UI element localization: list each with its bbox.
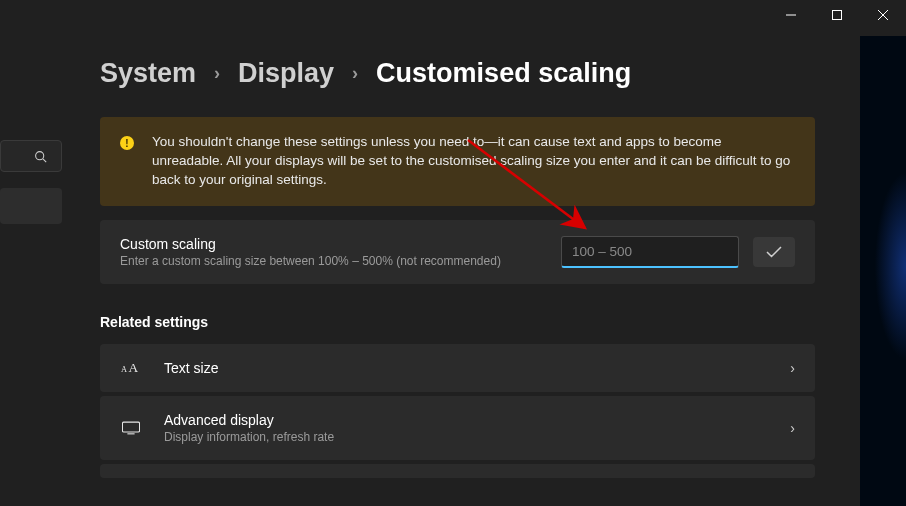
left-nav-rail	[0, 140, 62, 224]
custom-scaling-input[interactable]	[561, 236, 739, 268]
text-size-card[interactable]: AA Text size ›	[100, 344, 815, 392]
advanced-display-card[interactable]: Advanced display Display information, re…	[100, 396, 815, 460]
custom-scaling-sub: Enter a custom scaling size between 100%…	[120, 254, 561, 268]
svg-point-4	[36, 151, 44, 159]
text-size-icon: AA	[120, 360, 142, 376]
breadcrumb: System › Display › Customised scaling	[100, 58, 815, 89]
main-content: System › Display › Customised scaling ! …	[100, 58, 815, 482]
svg-rect-1	[833, 11, 842, 20]
text-size-title: Text size	[164, 360, 790, 376]
breadcrumb-current: Customised scaling	[376, 58, 631, 89]
breadcrumb-system[interactable]: System	[100, 58, 196, 89]
advanced-display-sub: Display information, refresh rate	[164, 430, 790, 444]
chevron-right-icon: ›	[352, 63, 358, 84]
search-input[interactable]	[0, 140, 62, 172]
nav-item-selected[interactable]	[0, 188, 62, 224]
svg-line-5	[43, 158, 46, 161]
svg-text:A: A	[121, 365, 127, 374]
close-button[interactable]	[860, 0, 906, 30]
advanced-display-title: Advanced display	[164, 412, 790, 428]
warning-banner: ! You shouldn't change these settings un…	[100, 117, 815, 206]
desktop-glow	[866, 146, 906, 386]
chevron-right-icon: ›	[790, 420, 795, 436]
search-icon	[34, 150, 47, 163]
maximize-button[interactable]	[814, 0, 860, 30]
related-settings-header: Related settings	[100, 314, 815, 330]
custom-scaling-title: Custom scaling	[120, 236, 561, 252]
chevron-right-icon: ›	[790, 360, 795, 376]
check-icon	[766, 246, 782, 258]
confirm-button[interactable]	[753, 237, 795, 267]
monitor-icon	[120, 421, 142, 435]
svg-text:A: A	[129, 360, 139, 375]
minimize-button[interactable]	[768, 0, 814, 30]
custom-scaling-card: Custom scaling Enter a custom scaling si…	[100, 220, 815, 284]
partial-card[interactable]	[100, 464, 815, 478]
breadcrumb-display[interactable]: Display	[238, 58, 334, 89]
warning-text: You shouldn't change these settings unle…	[152, 133, 795, 190]
svg-rect-8	[122, 422, 139, 432]
chevron-right-icon: ›	[214, 63, 220, 84]
desktop-edge	[860, 36, 906, 506]
warning-icon: !	[120, 136, 134, 150]
window-titlebar	[768, 0, 906, 30]
